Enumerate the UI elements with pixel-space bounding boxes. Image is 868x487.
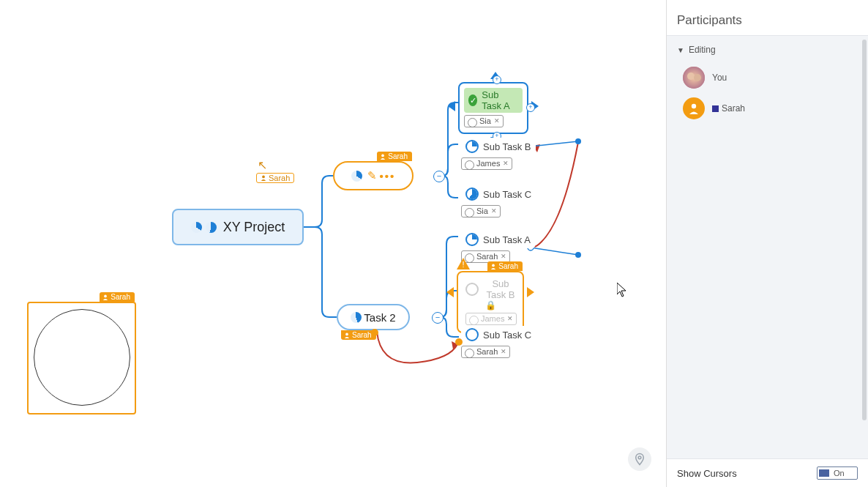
subtask-node[interactable]: Sub Task A Sarah ✕ [461,231,535,264]
recenter-button[interactable] [628,447,651,471]
subtask-label: Sub Task C [483,189,531,200]
person-icon [380,154,386,160]
root-label: XY Project [223,220,285,235]
assignee-chip[interactable]: Sia ✕ [464,115,504,127]
person-icon [688,103,700,114]
show-cursors-label: Show Cursors [677,468,737,479]
subtask-label: Sub Task C [483,330,531,341]
participants-panel: Participants ▼ Editing You Sarah [666,0,868,487]
person-icon [344,332,350,338]
check-icon: ✓ [468,94,477,106]
progress-icon [465,187,479,201]
svg-point-19 [692,104,696,108]
collapse-toggle[interactable]: − [433,171,445,182]
participant-row[interactable]: You [677,62,858,93]
floating-shape[interactable]: Sarah [27,302,136,414]
assignee-chip: James ✕ [465,313,517,325]
add-parent[interactable] [446,287,454,297]
editor-tag: Sarah [377,152,412,161]
location-icon [633,453,646,466]
add-parent[interactable] [448,101,455,111]
progress-icon [351,171,362,182]
remote-cursor-label: Sarah [256,173,294,183]
participant-row[interactable]: Sarah [677,93,858,124]
remove-chip[interactable]: ✕ [501,251,506,262]
assignee-chip[interactable]: James ✕ [461,157,512,170]
lock-icon: 🔒 [465,300,515,311]
chevron-down-icon: ▼ [677,46,684,54]
person-icon [465,208,474,218]
progress-icon [465,328,479,341]
avatar [683,67,705,89]
remove-chip[interactable]: ✕ [501,346,506,357]
participant-name: Sarah [712,103,745,114]
remove-chip[interactable]: ✕ [491,206,497,217]
progress-icon [351,312,362,323]
section-toggle[interactable]: ▼ Editing [677,45,858,55]
assignee-chip[interactable]: Sia ✕ [461,205,501,218]
svg-point-9 [345,332,348,335]
subtask-node[interactable]: Sub Task C Sarah ✕ [461,326,536,359]
svg-point-18 [694,74,701,81]
warning-icon: ! [457,258,470,272]
svg-line-2 [531,248,578,255]
panel-footer: Show Cursors On [667,458,868,487]
progress-icon [465,140,479,153]
subtask-label: Sub Task B [483,141,531,152]
circle-shape [34,309,130,406]
toggle-state-label: On [834,469,845,477]
svg-line-5 [531,141,578,146]
avatar [683,97,705,119]
svg-point-14 [104,294,107,297]
subtask-label: Sub Task A [482,89,518,111]
show-cursors-toggle[interactable]: On [817,466,858,480]
subtask-label: Sub Task B [486,278,515,300]
person-icon [468,118,477,127]
participant-name: You [712,73,727,83]
cursor-icon [617,283,629,301]
task2-node[interactable]: Task 2 Sarah [337,304,410,330]
panel-title: Participants [667,0,868,35]
svg-point-8 [381,154,384,157]
task1-node[interactable]: Sarah ✎ ••• [333,161,414,190]
svg-point-15 [638,456,641,459]
remove-chip[interactable]: ✕ [494,116,500,127]
progress-icon [465,283,479,296]
add-child[interactable] [527,287,534,297]
color-chip [712,105,719,112]
pencil-icon: ✎ [367,169,377,182]
progress-icon [465,233,479,246]
progress-icon [191,222,219,233]
collapse-toggle[interactable]: − [432,312,444,324]
toggle-chip [819,469,829,477]
subtask-node[interactable]: Sub Task C Sia ✕ [461,185,536,218]
ellipsis-icon: ••• [380,170,396,182]
mindmap-canvas[interactable]: XY Project Sarah ✎ ••• − + + + ✓ Sub Tas [0,0,666,487]
task-label: Task 2 [364,311,395,324]
person-icon [465,349,474,358]
remove-chip[interactable]: ✕ [503,158,509,169]
subtask-node-locked[interactable]: Sarah ! Sub Task B 🔒 James ✕ [457,271,524,333]
subtask-node-selected[interactable]: + + + ✓ Sub Task A Sia ✕ [458,82,528,134]
svg-point-4 [575,252,581,258]
remote-cursor-icon: ↖ [258,158,267,172]
person-icon [465,160,474,170]
editor-tag: Sarah [487,261,523,271]
person-icon [469,316,479,325]
svg-point-13 [262,176,265,179]
relation-handle[interactable] [455,338,463,346]
svg-point-17 [687,73,695,80]
section-label: Editing [689,45,716,55]
subtask-label: Sub Task A [483,234,531,245]
relation-handle[interactable] [371,329,378,336]
svg-point-7 [575,138,581,144]
app-root: XY Project Sarah ✎ ••• − + + + ✓ Sub Tas [0,0,868,487]
panel-body: ▼ Editing You Sarah [667,35,868,458]
svg-point-10 [492,264,495,267]
editor-tag: Sarah [100,292,135,302]
svg-text:!: ! [462,260,464,269]
subtask-node[interactable]: Sub Task B James ✕ [461,138,536,171]
assignee-chip[interactable]: Sarah ✕ [461,346,510,358]
root-node[interactable]: XY Project [172,209,304,245]
